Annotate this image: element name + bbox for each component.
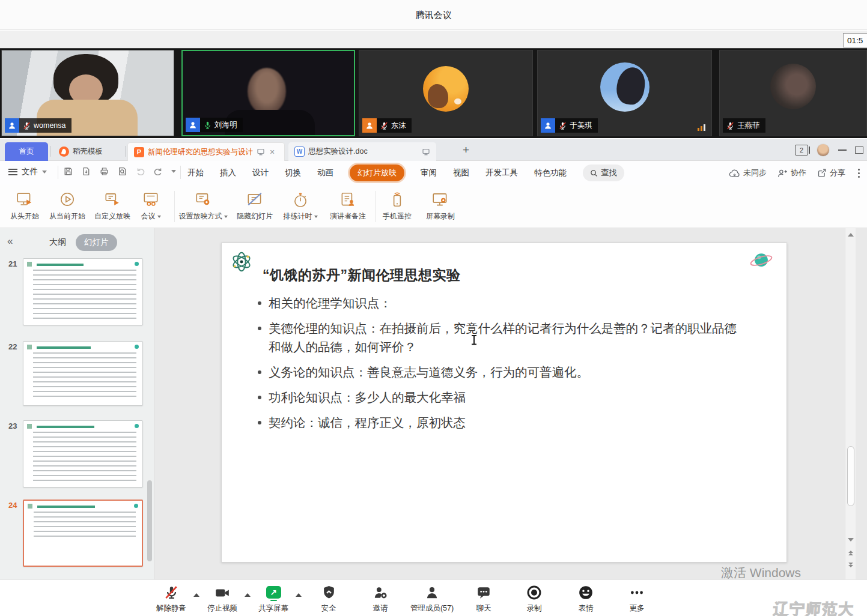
bullet-item: 功利论知识点：多少人的最大化幸福 bbox=[255, 388, 742, 406]
menu-item-devtools[interactable]: 开发工具 bbox=[485, 168, 518, 178]
emoji-button[interactable]: 表情 bbox=[563, 584, 609, 614]
participant-role-badge bbox=[5, 118, 19, 133]
tab-slides-active[interactable]: 幻灯片 bbox=[76, 234, 117, 251]
slide-thumbnail-24-selected[interactable] bbox=[23, 500, 143, 567]
audio-options-chevron[interactable] bbox=[193, 593, 199, 597]
manage-members-button[interactable]: 管理成员(57) bbox=[405, 584, 459, 614]
menu-item-features[interactable]: 特色功能 bbox=[534, 168, 567, 178]
participant-name: 王燕菲 bbox=[737, 121, 760, 131]
tab-outline[interactable]: 大纲 bbox=[49, 237, 66, 248]
menu-item-view[interactable]: 视图 bbox=[453, 168, 469, 178]
restore-icon[interactable] bbox=[855, 146, 863, 154]
meeting-button[interactable]: 会议 bbox=[136, 190, 166, 222]
thumbnail-scrollbar[interactable] bbox=[147, 480, 152, 561]
show-settings-button[interactable]: 设置放映方式 bbox=[179, 190, 227, 222]
sync-status-button[interactable]: 未同步 bbox=[729, 168, 767, 178]
scroll-down-icon[interactable] bbox=[848, 538, 854, 542]
chevron-down-icon bbox=[157, 216, 161, 218]
custom-show-icon bbox=[103, 191, 121, 209]
find-button[interactable]: 查找 bbox=[583, 165, 624, 181]
meeting-people-icon bbox=[142, 191, 160, 209]
next-slide-icon[interactable] bbox=[848, 563, 854, 566]
previous-slide-icon[interactable] bbox=[848, 551, 854, 554]
play-circle-icon bbox=[58, 191, 76, 209]
new-tab-button[interactable]: + bbox=[463, 143, 469, 157]
hide-slide-button[interactable]: 隐藏幻灯片 bbox=[234, 190, 275, 222]
slide-number-selected: 24 bbox=[8, 501, 17, 510]
video-options-chevron[interactable] bbox=[245, 593, 251, 597]
security-button[interactable]: 安全 bbox=[306, 584, 351, 614]
mic-muted-icon bbox=[726, 121, 735, 130]
more-menu-icon[interactable] bbox=[856, 169, 862, 178]
account-avatar[interactable] bbox=[817, 143, 830, 157]
tab-presentation[interactable]: P 新闻伦理研究的思想实验与设计 × bbox=[127, 142, 285, 161]
chevron-down-icon[interactable] bbox=[171, 170, 176, 173]
participant-name: womensa bbox=[34, 121, 66, 130]
unmute-button[interactable]: 解除静音 bbox=[148, 584, 194, 614]
record-button[interactable]: 录制 bbox=[511, 584, 557, 614]
slide-canvas[interactable]: “饥饿的苏丹”新闻伦理思想实验 相关的伦理学知识点： 美德伦理的知识点：在拍摄前… bbox=[221, 243, 787, 563]
save-icon[interactable] bbox=[63, 166, 73, 177]
stop-video-button[interactable]: 停止视频 bbox=[199, 584, 245, 614]
redo-icon[interactable] bbox=[153, 166, 163, 177]
slide-thumbnail-22[interactable] bbox=[23, 341, 143, 406]
phone-remote-button[interactable]: 手机遥控 bbox=[380, 190, 415, 222]
collaborate-button[interactable]: 协作 bbox=[777, 168, 806, 178]
invite-button[interactable]: 邀请 bbox=[357, 584, 403, 614]
scrollbar-thumb[interactable] bbox=[847, 446, 854, 506]
print-icon[interactable] bbox=[99, 166, 109, 177]
play-from-current-button[interactable]: 从当前开始 bbox=[44, 190, 90, 222]
show-settings-icon bbox=[194, 191, 212, 209]
video-tile-womensa[interactable]: womensa bbox=[1, 50, 174, 136]
close-tab-icon[interactable]: × bbox=[270, 147, 275, 157]
share-screen-button[interactable]: ↗ 共享屏幕 bbox=[251, 584, 296, 614]
minimize-icon[interactable] bbox=[838, 149, 847, 151]
meeting-toolbar: 解除静音 停止视频 ↗ 共享屏幕 安全 邀请 管理成员(57) 聊天 录制 表情… bbox=[0, 579, 867, 616]
camera-icon bbox=[214, 585, 230, 600]
menu-item-start[interactable]: 开始 bbox=[187, 168, 204, 178]
play-from-start-button[interactable]: 从头开始 bbox=[7, 190, 42, 222]
cloud-icon bbox=[729, 169, 740, 178]
menu-item-slideshow-active[interactable]: 幻灯片放映 bbox=[350, 165, 404, 181]
scroll-up-icon[interactable] bbox=[848, 233, 854, 237]
slide-deco-icon bbox=[28, 504, 32, 509]
print-preview-icon[interactable] bbox=[117, 166, 127, 177]
video-tile-wangyanfei[interactable]: 王燕菲 bbox=[719, 50, 867, 136]
menu-item-insert[interactable]: 插入 bbox=[220, 168, 236, 178]
export-icon[interactable] bbox=[81, 166, 91, 177]
three-dots-icon bbox=[629, 585, 645, 600]
tab-document[interactable]: W 思想实验设计.doc bbox=[288, 142, 436, 161]
slide-thumbnail-21[interactable] bbox=[23, 258, 143, 325]
chat-button[interactable]: 聊天 bbox=[461, 584, 507, 614]
more-button[interactable]: 更多 bbox=[614, 584, 660, 614]
video-tile-dongmo[interactable]: 东沫 bbox=[359, 50, 533, 136]
tab-docer-templates[interactable]: 稻壳模板 bbox=[53, 142, 124, 161]
smiley-icon bbox=[578, 585, 594, 600]
share-button[interactable]: 分享 bbox=[817, 168, 845, 178]
video-tile-yumeiqi[interactable]: 于美琪 bbox=[537, 50, 712, 136]
video-tile-liuhaiming[interactable]: 刘海明 bbox=[181, 50, 355, 136]
collapse-panel-button[interactable]: « bbox=[7, 235, 13, 247]
menu-item-design[interactable]: 设计 bbox=[252, 168, 269, 178]
screen-record-button[interactable]: 屏幕录制 bbox=[423, 190, 458, 222]
menu-item-animation[interactable]: 动画 bbox=[317, 168, 333, 178]
tab-home[interactable]: 首页 bbox=[5, 142, 48, 161]
menu-item-review[interactable]: 审阅 bbox=[421, 168, 437, 178]
person-icon bbox=[189, 121, 197, 129]
record-icon bbox=[526, 585, 542, 600]
vertical-scrollbar[interactable] bbox=[845, 228, 856, 579]
thumbnail-content bbox=[33, 270, 136, 319]
presenter-notes-button[interactable]: 演讲者备注 bbox=[327, 190, 369, 222]
custom-show-button[interactable]: 自定义放映 bbox=[94, 190, 131, 222]
meeting-timer: 01:5 bbox=[843, 33, 867, 47]
slideshow-ribbon: 从头开始 从当前开始 自定义放映 会议 设置放映方式 隐藏幻灯片 排练计时 演讲… bbox=[0, 185, 867, 228]
rehearse-timing-button[interactable]: 排练计时 bbox=[281, 190, 320, 222]
menu-item-transition[interactable]: 切换 bbox=[285, 168, 301, 178]
window-count-button[interactable]: 2 bbox=[795, 145, 808, 156]
share-options-chevron[interactable] bbox=[296, 593, 302, 597]
shield-icon bbox=[321, 585, 336, 600]
file-menu[interactable]: 文件 bbox=[8, 166, 47, 177]
chat-icon bbox=[476, 585, 491, 600]
thumbnail-content bbox=[33, 432, 136, 482]
slide-thumbnail-23[interactable] bbox=[23, 420, 143, 488]
